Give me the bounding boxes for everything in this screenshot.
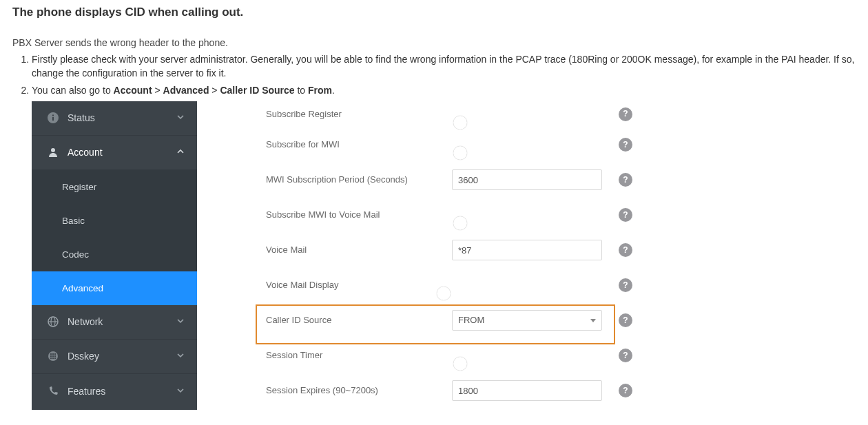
svg-rect-16	[54, 357, 56, 359]
help-icon[interactable]: ?	[619, 384, 632, 397]
sidebar-item-label: Account	[68, 145, 103, 159]
toggle-knob	[453, 216, 467, 230]
row-caller-id-source: Caller ID Source FROM ?	[197, 303, 634, 338]
toggle-knob	[453, 357, 467, 371]
sidebar-item-label: Network	[68, 315, 103, 329]
toggle-state-text: OFF	[431, 215, 446, 231]
toggle-knob	[437, 287, 451, 300]
help-icon[interactable]: ?	[619, 243, 632, 257]
help-icon[interactable]: ?	[619, 138, 632, 152]
help-icon[interactable]: ?	[619, 208, 632, 222]
row-subscribe-register: Subscribe Register OFF ?	[197, 101, 634, 127]
svg-rect-8	[50, 353, 52, 355]
page-heading: The phone displays CID when calling out.	[12, 6, 856, 19]
globe-icon	[47, 315, 59, 328]
field-label: Subscribe for MWI	[266, 138, 340, 152]
field-label: Voice Mail	[266, 244, 307, 257]
sidebar: Status Account Registe	[32, 101, 197, 410]
chevron-down-icon	[176, 384, 185, 398]
steps-list: Firstly please check with your server ad…	[12, 52, 856, 410]
row-session-timer: Session Timer OFF ?	[197, 338, 634, 373]
field-label: Subscribe Register	[266, 107, 342, 121]
input-session-expires[interactable]	[452, 380, 602, 401]
row-subscribe-mwi: Subscribe for MWI OFF ?	[197, 127, 634, 163]
sidebar-item-label: Status	[68, 111, 95, 125]
field-label: Session Expires (90~7200s)	[266, 384, 378, 397]
select-value: FROM	[458, 314, 484, 327]
row-subscribe-mwi-vm: Subscribe MWI to Voice Mail OFF ?	[197, 198, 634, 233]
svg-rect-1	[52, 117, 54, 121]
chevron-down-icon	[590, 319, 596, 322]
screenshot-embed: Status Account Registe	[32, 101, 634, 410]
info-icon	[47, 112, 59, 124]
chevron-down-icon	[176, 315, 185, 329]
sidebar-item-account[interactable]: Account	[32, 136, 197, 170]
field-label: Voice Mail Display	[266, 279, 339, 292]
svg-rect-12	[52, 355, 54, 357]
row-session-expires: Session Expires (90~7200s) ?	[197, 373, 634, 408]
sidebar-item-dsskey[interactable]: Dsskey	[32, 340, 197, 374]
grid-icon	[47, 350, 59, 362]
sidebar-item-label: Features	[68, 384, 105, 398]
field-label: MWI Subscription Period (Seconds)	[266, 174, 408, 187]
help-icon[interactable]: ?	[619, 349, 632, 362]
settings-panel: Subscribe Register OFF ? Subscribe for M…	[197, 101, 634, 408]
sidebar-sub-codec[interactable]: Codec	[32, 238, 197, 271]
svg-rect-14	[50, 357, 52, 359]
row-mwi-period: MWI Subscription Period (Seconds) ?	[197, 163, 634, 198]
step-2: You can also go to Account > Advanced > …	[32, 83, 856, 410]
help-icon[interactable]: ?	[619, 313, 632, 327]
row-voice-mail-display: Voice Mail Display ON ?	[197, 268, 634, 303]
phone-settings-icon	[47, 385, 59, 397]
step-1: Firstly please check with your server ad…	[32, 52, 856, 81]
toggle-state-text: OFF	[431, 145, 446, 161]
help-icon[interactable]: ?	[619, 107, 632, 121]
svg-point-3	[51, 148, 55, 152]
field-label: Caller ID Source	[266, 314, 331, 327]
input-voice-mail[interactable]	[452, 240, 602, 260]
select-caller-id-source[interactable]: FROM	[452, 310, 602, 331]
intro-paragraph: PBX Server sends the wrong header to the…	[12, 37, 856, 48]
sidebar-item-label: Dsskey	[68, 349, 99, 363]
svg-rect-13	[54, 355, 56, 357]
svg-rect-10	[54, 353, 56, 355]
input-mwi-period[interactable]	[452, 169, 602, 190]
help-icon[interactable]: ?	[619, 173, 632, 187]
chevron-down-icon	[176, 349, 185, 363]
svg-rect-2	[52, 115, 54, 116]
chevron-down-icon	[176, 111, 185, 125]
row-voice-mail: Voice Mail ?	[197, 233, 634, 268]
sidebar-item-network[interactable]: Network	[32, 305, 197, 340]
field-label: Subscribe MWI to Voice Mail	[266, 209, 380, 222]
user-icon	[47, 146, 59, 158]
chevron-up-icon	[176, 145, 185, 159]
sidebar-item-features[interactable]: Features	[32, 374, 197, 408]
sidebar-sub-register[interactable]: Register	[32, 170, 197, 204]
svg-rect-9	[52, 353, 54, 355]
svg-rect-11	[50, 355, 52, 357]
help-icon[interactable]: ?	[619, 278, 632, 292]
toggle-knob	[453, 146, 467, 160]
sidebar-sub-basic[interactable]: Basic	[32, 204, 197, 238]
toggle-state-text: OFF	[431, 355, 446, 372]
sidebar-sub-advanced[interactable]: Advanced	[32, 271, 197, 305]
field-label: Session Timer	[266, 349, 322, 362]
sidebar-item-status[interactable]: Status	[32, 101, 197, 136]
toggle-state-text: ON	[457, 285, 469, 302]
svg-rect-15	[52, 357, 54, 359]
